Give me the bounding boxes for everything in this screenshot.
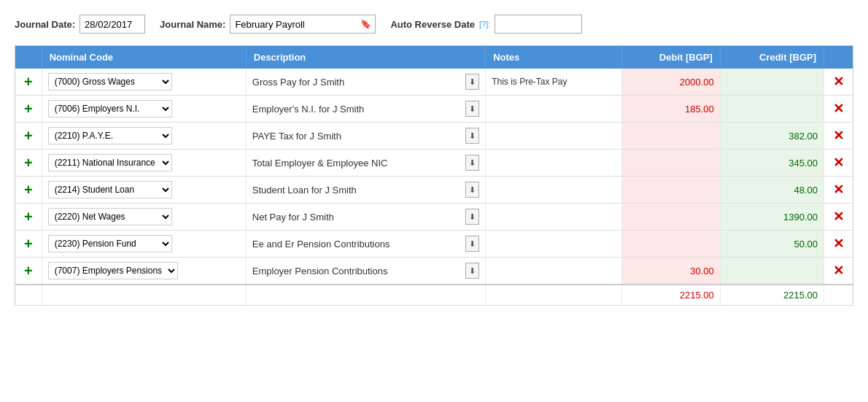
- journal-date-label: Journal Date:: [15, 19, 75, 30]
- delete-row-cell: ✕: [824, 123, 853, 150]
- delete-row-cell: ✕: [824, 204, 853, 231]
- nominal-code-cell: (2211) National Insurance: [42, 150, 246, 177]
- description-action-button[interactable]: ⬇: [465, 236, 479, 252]
- debit-cell: [621, 123, 720, 150]
- add-row-button[interactable]: +: [21, 209, 36, 224]
- nominal-code-select[interactable]: (7007) Employers Pensions: [48, 262, 178, 279]
- delete-row-cell: ✕: [824, 231, 853, 258]
- add-row-cell: +: [15, 123, 42, 150]
- journal-date-group: Journal Date:: [15, 15, 145, 34]
- del-col-header: [824, 46, 853, 69]
- add-row-button[interactable]: +: [21, 263, 36, 278]
- add-row-button[interactable]: +: [21, 182, 36, 197]
- delete-row-button[interactable]: ✕: [830, 128, 847, 144]
- nominal-code-select[interactable]: (2230) Pension Fund: [48, 235, 172, 252]
- journal-date-input[interactable]: [80, 15, 145, 34]
- delete-row-button[interactable]: ✕: [830, 74, 847, 90]
- nominal-code-select[interactable]: (2210) P.A.Y.E.: [48, 127, 172, 144]
- credit-cell: 48.00: [720, 177, 824, 204]
- credit-cell: 382.00: [720, 123, 824, 150]
- table-header: Nominal Code Description Notes Debit [BG…: [15, 46, 853, 69]
- description-action-button[interactable]: ⬇: [465, 101, 479, 117]
- table-row: +(7000) Gross WagesGross Pay for J Smith…: [15, 69, 853, 96]
- table-body: +(7000) Gross WagesGross Pay for J Smith…: [15, 69, 853, 306]
- totals-notes-col: [486, 285, 622, 306]
- nominal-code-cell: (7006) Employers N.I.: [42, 96, 246, 123]
- delete-row-cell: ✕: [824, 258, 853, 285]
- delete-row-button[interactable]: ✕: [830, 155, 847, 171]
- debit-cell: [621, 177, 720, 204]
- nominal-code-cell: (7000) Gross Wages: [42, 69, 246, 96]
- delete-row-cell: ✕: [824, 150, 853, 177]
- notes-cell: [486, 96, 622, 123]
- journal-name-input[interactable]: [230, 15, 376, 34]
- add-row-cell: +: [15, 258, 42, 285]
- total-credit-cell: 2215.00: [720, 285, 824, 306]
- description-text: Employer's N.I. for J Smith: [252, 104, 462, 115]
- delete-row-button[interactable]: ✕: [830, 236, 847, 252]
- debit-cell: 2000.00: [621, 69, 720, 96]
- add-row-button[interactable]: +: [21, 155, 36, 170]
- description-cell: Employer Pension Contributions⬇: [246, 258, 485, 285]
- auto-reverse-help[interactable]: [?]:: [479, 20, 490, 28]
- add-row-cell: +: [15, 96, 42, 123]
- table-row: +(2210) P.A.Y.E.PAYE Tax for J Smith⬇382…: [15, 123, 853, 150]
- add-row-cell: +: [15, 150, 42, 177]
- nominal-code-cell: (2220) Net Wages: [42, 204, 246, 231]
- nominal-code-select[interactable]: (2211) National Insurance: [48, 154, 172, 171]
- description-action-button[interactable]: ⬇: [465, 263, 479, 279]
- delete-row-button[interactable]: ✕: [830, 101, 847, 117]
- add-row-cell: +: [15, 204, 42, 231]
- credit-cell: 345.00: [720, 150, 824, 177]
- description-action-button[interactable]: ⬇: [465, 128, 479, 144]
- auto-reverse-input[interactable]: [495, 15, 582, 34]
- credit-header: Credit [BGP]: [720, 46, 824, 69]
- credit-cell: 1390.00: [720, 204, 824, 231]
- description-cell: Student Loan for J Smith⬇: [246, 177, 485, 204]
- description-text: Ee and Er Pension Contributions: [252, 239, 462, 250]
- notes-cell: [486, 231, 622, 258]
- journal-name-group: Journal Name: 🔖: [160, 15, 376, 34]
- nominal-code-select[interactable]: (2214) Student Loan: [48, 181, 172, 198]
- notes-header: Notes: [486, 46, 622, 69]
- credit-cell: [720, 69, 824, 96]
- table-row: +(2211) National InsuranceTotal Employer…: [15, 150, 853, 177]
- delete-row-button[interactable]: ✕: [830, 263, 847, 279]
- debit-cell: [621, 150, 720, 177]
- credit-cell: [720, 96, 824, 123]
- notes-cell: [486, 123, 622, 150]
- add-row-button[interactable]: +: [21, 128, 36, 143]
- description-action-button[interactable]: ⬇: [465, 74, 479, 90]
- add-row-button[interactable]: +: [21, 101, 36, 116]
- nominal-code-cell: (2210) P.A.Y.E.: [42, 123, 246, 150]
- table-row: +(2220) Net WagesNet Pay for J Smith⬇139…: [15, 204, 853, 231]
- auto-reverse-label: Auto Reverse Date: [390, 19, 475, 30]
- table-row: +(2230) Pension FundEe and Er Pension Co…: [15, 231, 853, 258]
- add-row-button[interactable]: +: [21, 74, 36, 89]
- delete-row-button[interactable]: ✕: [830, 209, 847, 225]
- add-row-cell: +: [15, 231, 42, 258]
- description-text: Employer Pension Contributions: [252, 266, 462, 277]
- totals-delete-col: [824, 285, 853, 306]
- nominal-code-select[interactable]: (2220) Net Wages: [48, 208, 172, 225]
- nominal-code-select[interactable]: (7000) Gross Wages: [48, 73, 172, 90]
- auto-reverse-group: Auto Reverse Date [?]:: [390, 15, 582, 34]
- notes-cell: This is Pre-Tax Pay: [486, 69, 622, 96]
- description-action-button[interactable]: ⬇: [465, 209, 479, 225]
- nominal-code-cell: (7007) Employers Pensions: [42, 258, 246, 285]
- delete-row-button[interactable]: ✕: [830, 182, 847, 198]
- description-text: PAYE Tax for J Smith: [252, 131, 462, 142]
- credit-cell: 50.00: [720, 231, 824, 258]
- notes-cell: [486, 150, 622, 177]
- delete-row-cell: ✕: [824, 69, 853, 96]
- add-row-button[interactable]: +: [21, 236, 36, 251]
- add-col-header: [15, 46, 42, 69]
- notes-cell: [486, 258, 622, 285]
- description-action-button[interactable]: ⬇: [465, 182, 479, 198]
- description-cell: PAYE Tax for J Smith⬇: [246, 123, 485, 150]
- description-action-button[interactable]: ⬇: [465, 155, 479, 171]
- add-row-cell: +: [15, 69, 42, 96]
- description-cell: Employer's N.I. for J Smith⬇: [246, 96, 485, 123]
- nominal-code-select[interactable]: (7006) Employers N.I.: [48, 100, 172, 117]
- table-row: +(7007) Employers PensionsEmployer Pensi…: [15, 258, 853, 285]
